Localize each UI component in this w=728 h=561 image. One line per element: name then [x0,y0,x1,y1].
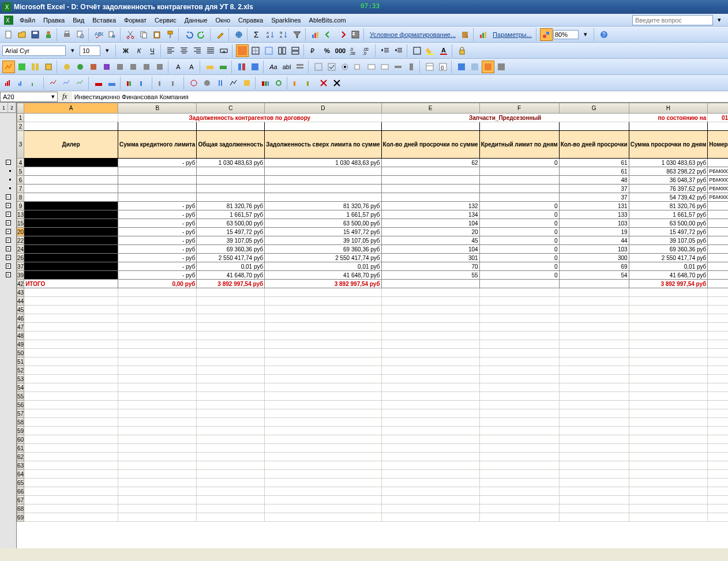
align-center-icon[interactable] [178,44,190,57]
aux-icon-10[interactable] [127,61,140,73]
col-D[interactable]: D [265,103,381,114]
bold-icon[interactable]: Ж [119,44,132,57]
cell[interactable]: 70 [381,262,479,271]
cell[interactable]: 20 [381,228,479,236]
cell[interactable]: 37 [559,193,629,202]
cell[interactable] [24,219,118,228]
select-all-corner[interactable] [17,103,24,114]
spark-12-icon[interactable] [169,77,182,89]
hyperlink-icon[interactable] [232,28,245,41]
cell[interactable] [708,236,728,245]
cell[interactable]: - руб [118,219,197,228]
menu-tools[interactable]: Сервис [151,16,180,25]
cell[interactable]: 39 107,05 руб [265,236,381,245]
cell[interactable] [24,185,118,193]
cell[interactable]: 1 030 483,63 руб [197,159,265,167]
cell[interactable]: 54 [559,271,629,280]
cell[interactable]: РБМ00003775 [708,176,728,185]
aux-icon-5[interactable] [61,61,73,73]
spark-13-icon[interactable] [187,77,200,89]
aux-icon-20[interactable] [352,61,365,73]
cell[interactable] [24,254,118,262]
table-row[interactable]: 61 [17,444,729,453]
cell[interactable]: 55 [381,271,479,280]
percent-icon[interactable]: % [321,44,333,57]
cell[interactable]: 0 [479,254,559,262]
cell[interactable]: 69 360,36 руб [197,245,265,254]
table-row[interactable]: 43 [17,288,729,297]
cell[interactable] [118,167,197,176]
aux-icon-15[interactable] [235,61,248,73]
cell[interactable] [381,167,479,176]
excel-small-icon[interactable]: X [2,14,15,27]
table-row[interactable]: 42ИТОГО0,00 руб3 892 997,54 руб3 892 997… [17,280,729,288]
cell[interactable] [197,176,265,185]
cell[interactable] [708,280,728,288]
cell[interactable]: 1 661,57 руб [197,210,265,219]
aux-radio-icon[interactable] [339,61,351,73]
cell[interactable]: 0 [479,245,559,254]
border4-icon[interactable] [289,44,302,57]
spark-6-icon[interactable] [74,77,87,89]
cell[interactable]: 0 [479,236,559,245]
cell[interactable]: РБМ00003913 [708,193,728,202]
permission-icon[interactable] [42,28,55,41]
menu-ablebits[interactable]: AbleBits.com [306,16,350,25]
cell[interactable] [708,245,728,254]
cell[interactable]: 81 320,76 руб [265,202,381,210]
cell[interactable]: ИТОГО [24,280,118,288]
shift-left-icon[interactable] [322,28,335,41]
aux-icon-4[interactable] [42,61,55,73]
aux-icon-8[interactable] [100,61,113,73]
copy-icon[interactable] [137,28,150,41]
cell[interactable]: - руб [118,262,197,271]
paste-special-icon[interactable] [459,28,471,41]
menu-insert[interactable]: Вставка [89,16,119,25]
research-icon[interactable] [106,28,118,41]
cell[interactable] [265,185,381,193]
cell[interactable] [708,271,728,280]
cell[interactable]: 45 [381,236,479,245]
cell[interactable]: 81 320,76 руб [629,202,708,210]
table-row[interactable]: 63 [17,461,729,470]
decimal-dec-icon[interactable]: ,00,0 [361,44,373,57]
cell[interactable]: 0 [479,228,559,236]
spark-4-icon[interactable] [47,77,60,89]
aux-label-Aa[interactable]: Aa [267,61,280,73]
cell[interactable]: 62 [381,159,479,167]
cell[interactable]: 0,01 руб [197,262,265,271]
cell[interactable]: 54 739,42 руб [629,193,708,202]
border2-icon[interactable] [262,44,275,57]
aux-label-abl[interactable]: abl [280,61,293,73]
cell[interactable]: 36 048,37 руб [629,176,708,185]
spark-8-icon[interactable] [106,77,118,89]
italic-icon[interactable]: К [133,44,145,57]
spark-9-icon[interactable] [124,77,137,89]
cell[interactable]: 0 [479,262,559,271]
aux-Aa-icon[interactable]: A [172,61,185,73]
cell[interactable] [381,280,479,288]
cell[interactable] [381,185,479,193]
cell[interactable]: 133 [559,210,629,219]
cell[interactable]: 39 107,05 руб [197,236,265,245]
formula-input[interactable] [72,92,728,102]
cell[interactable]: 61 [559,167,629,176]
spark-7-icon[interactable] [92,77,105,89]
cell[interactable] [24,202,118,210]
table-row[interactable]: 55 [17,392,729,401]
cell[interactable]: 301 [381,254,479,262]
question-dropdown-icon[interactable]: ▾ [713,14,726,27]
cell[interactable] [708,210,728,219]
aux-icon-25[interactable] [455,61,468,73]
cell[interactable] [479,280,559,288]
menu-edit[interactable]: Правка [40,16,68,25]
grid[interactable]: A B C D E F G H I J K L 1 Задолженность … [17,103,728,548]
menu-file[interactable]: Файл [16,16,39,25]
cell[interactable]: 3 892 997,54 руб [265,280,381,288]
cell[interactable] [118,176,197,185]
aux-icon-17[interactable] [312,61,325,73]
outline-expand-icon[interactable]: + [6,263,11,269]
font-name-input[interactable] [2,46,66,56]
cell[interactable] [24,271,118,280]
col-F[interactable]: F [479,103,559,114]
